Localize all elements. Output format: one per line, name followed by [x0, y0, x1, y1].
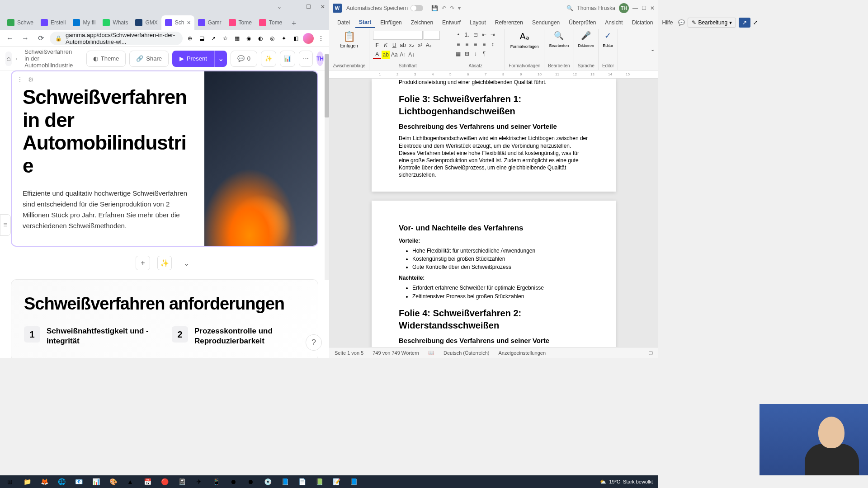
window-minimize-icon[interactable]: — [291, 4, 297, 9]
slide-card-1[interactable]: ⋮ ⚙ Schweißverfahren in der Automobilind… [11, 70, 318, 247]
app-icon[interactable]: 🔴 [156, 476, 173, 488]
ext-4-icon[interactable]: ◎ [268, 34, 277, 43]
powerpoint-icon[interactable]: 📊 [88, 476, 104, 488]
display-settings[interactable]: Anzeigeeinstellungen [498, 350, 546, 356]
chrome-icon[interactable]: 🌐 [53, 476, 70, 488]
shading-button[interactable]: ▦ [454, 50, 462, 58]
slide-body[interactable]: Effiziente und qualitativ hochwertige Sc… [23, 188, 193, 231]
reload-button[interactable]: ⟳ [34, 32, 47, 45]
slide-card-2[interactable]: Schweißverfahren anforderungen 1 Schweiß… [11, 279, 318, 358]
nachteile-list[interactable]: Erfordert erfahrene Schweißer für optima… [412, 284, 589, 300]
show-marks-button[interactable]: ¶ [480, 50, 488, 58]
window-maximize-icon[interactable]: ☐ [306, 4, 311, 9]
tab-referenzen[interactable]: Referenzen [491, 18, 527, 28]
page-indicator[interactable]: Seite 1 von 5 [335, 350, 363, 356]
app4-icon[interactable]: 💿 [259, 476, 276, 488]
multilevel-button[interactable]: ⊟ [472, 31, 480, 39]
tab-einfuegen[interactable]: Einfügen [377, 18, 405, 28]
menu-icon[interactable]: ⋮ [316, 34, 326, 43]
body-text[interactable]: Beim Lichtbogenhandschweißen wird ein el… [399, 135, 589, 178]
new-tab-button[interactable]: + [288, 17, 300, 30]
heading-folie3[interactable]: Folie 3: Schweißverfahren 1: Lichtbogenh… [399, 93, 589, 117]
ai-button[interactable]: ✨ [261, 51, 276, 67]
editing-mode-dropdown[interactable]: ✎Bearbeitung▾ [688, 18, 736, 28]
toggle-switch[interactable] [410, 5, 423, 11]
tab-2[interactable]: My fil [69, 15, 99, 30]
tab-1[interactable]: Erstell [37, 15, 69, 30]
outdent-button[interactable]: ⇤ [480, 31, 488, 39]
onenote-icon[interactable]: 📓 [174, 476, 190, 488]
theme-button[interactable]: ◐Theme [86, 51, 126, 67]
list-item[interactable]: Hohe Flexibilität für unterschiedliche A… [412, 247, 589, 254]
subscript-button[interactable]: x₂ [407, 41, 415, 49]
drag-handle-icon[interactable]: ⋮ [15, 75, 24, 84]
case-button[interactable]: Aa [390, 51, 398, 59]
ai-card-button[interactable]: ✨ [157, 256, 172, 270]
editor-icon[interactable]: ✓ [604, 31, 611, 41]
justify-button[interactable]: ≡ [480, 40, 488, 48]
qat-more-icon[interactable]: ▾ [458, 5, 461, 11]
tab-layout[interactable]: Layout [466, 18, 490, 28]
search-icon[interactable]: 🔍 [566, 5, 573, 11]
tab-ansicht[interactable]: Ansicht [601, 18, 626, 28]
shrink-font-button[interactable]: A↓ [407, 51, 415, 59]
notepad-icon[interactable]: 📝 [328, 476, 344, 488]
vorteile-label[interactable]: Vorteile: [399, 237, 589, 244]
language-indicator[interactable]: Deutsch (Österreich) [443, 350, 489, 356]
slide-image[interactable] [204, 71, 317, 246]
share-button[interactable]: 🔗Share [129, 51, 169, 67]
underline-button[interactable]: U [390, 41, 398, 49]
highlight-button[interactable]: ab [382, 51, 390, 59]
tab-5-active[interactable]: Sch× [161, 15, 194, 30]
win-min-icon[interactable]: — [632, 5, 638, 11]
tab-dictation[interactable]: Dictation [628, 18, 657, 28]
card-settings-icon[interactable]: ⚙ [26, 75, 35, 84]
comments-icon[interactable]: 💬 [678, 19, 685, 26]
find-icon[interactable]: 🔍 [554, 31, 564, 41]
tab-sendungen[interactable]: Sendungen [528, 18, 563, 28]
telegram-icon[interactable]: ✈ [191, 476, 207, 488]
window-close-icon[interactable]: ✕ [320, 4, 326, 9]
subheading[interactable]: Beschreibung des Verfahrens und seiner V… [399, 336, 589, 345]
obs-icon[interactable]: ⏺ [225, 476, 241, 488]
font-size-select[interactable] [424, 31, 440, 40]
breadcrumb-title[interactable]: Schweißverfahren in der Automobilindustr… [21, 48, 79, 69]
body-text[interactable]: Produktionsleistung und einer gleichblei… [399, 79, 589, 86]
scrollbar[interactable] [325, 54, 329, 280]
list-item[interactable]: Erfordert erfahrene Schweißer für optima… [412, 284, 589, 291]
numbering-button[interactable]: 1. [463, 31, 471, 39]
tab-zeichnen[interactable]: Zeichnen [407, 18, 437, 28]
styles-icon[interactable]: Aₐ [520, 31, 529, 42]
forward-button[interactable]: → [19, 32, 32, 45]
app2-icon[interactable]: 📱 [208, 476, 224, 488]
requirement-1[interactable]: 1 Schweißnahtfestigkeit und -integrität [24, 326, 157, 346]
sidepanel-icon[interactable]: ◧ [291, 34, 300, 43]
present-dropdown[interactable]: ⌄ [214, 51, 227, 67]
comments-button[interactable]: 💬0 [231, 51, 257, 67]
explorer-icon[interactable]: 📁 [19, 476, 35, 488]
bullets-button[interactable]: • [454, 31, 462, 39]
win-close-icon[interactable]: ✕ [650, 5, 655, 11]
app5-icon[interactable]: 📘 [277, 476, 293, 488]
vorteile-list[interactable]: Hohe Flexibilität für unterschiedliche A… [412, 247, 589, 271]
share-page-icon[interactable]: ↗ [209, 34, 218, 43]
tab-start[interactable]: Start [355, 17, 375, 28]
tab-4[interactable]: GMX [132, 15, 161, 30]
mic-icon[interactable]: 🎤 [581, 31, 591, 41]
home-button[interactable]: ⌂ [5, 52, 12, 66]
requirement-2[interactable]: 2 Prozesskontrolle und Reproduzierbarkei… [172, 326, 305, 346]
line-spacing-button[interactable]: ↕ [489, 40, 497, 48]
share-doc-button[interactable]: ↗ [739, 18, 750, 28]
more-button[interactable]: ⋯ [299, 51, 313, 67]
clear-format-button[interactable]: Aₐ [425, 41, 433, 49]
ext-3-icon[interactable]: ◐ [256, 34, 265, 43]
user-badge[interactable]: TH [619, 3, 629, 13]
back-button[interactable]: ← [4, 32, 16, 45]
tab-hilfe[interactable]: Hilfe [658, 18, 676, 28]
align-right-button[interactable]: ≡ [472, 40, 480, 48]
page-1[interactable]: Produktionsleistung und einer gleichblei… [372, 79, 616, 192]
list-item[interactable]: Zeitintensiver Prozess bei großen Stückz… [412, 293, 589, 300]
ruler[interactable]: 123456789101112131415 [329, 70, 658, 79]
win-max-icon[interactable]: ☐ [642, 5, 646, 11]
tab-ueberpruefen[interactable]: Überprüfen [565, 18, 599, 28]
